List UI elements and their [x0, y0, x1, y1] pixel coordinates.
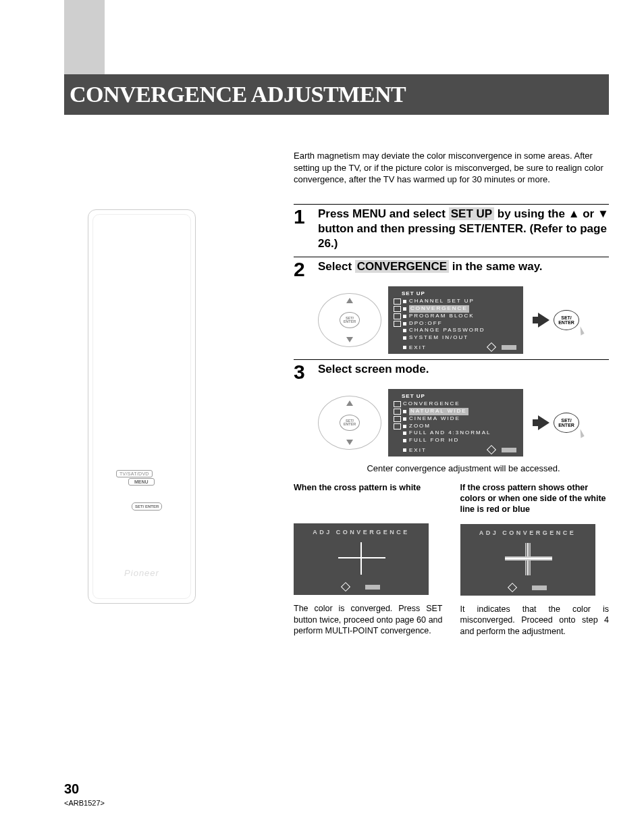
dpad-illustration: SET/ ENTER: [318, 292, 380, 348]
highlighted-term: CONVERGENCE: [355, 260, 449, 273]
column-misconverged: If the cross pattern shows other colors …: [460, 483, 610, 637]
comparison-columns: When the cross pattern is white ADJ CONV…: [294, 483, 609, 637]
osd-item: CONVERGENCE: [403, 400, 518, 408]
osd-item-selected: CONVERGENCE: [403, 305, 518, 313]
up-triangle-icon: ▲: [568, 207, 580, 220]
cross-vertical: [360, 542, 362, 575]
osd-item: FULL AND 4:3NORMAL: [403, 429, 518, 437]
bar-icon: [365, 585, 380, 590]
manual-page: CONVERGENCE ADJUSTMENT Earth magnetism m…: [0, 0, 644, 834]
arrow-right-icon: [538, 313, 549, 328]
menu-icon: [394, 306, 401, 312]
step-3-diagram: SET/ ENTER SET UP CONVERGENCE NATURAL WI…: [294, 389, 609, 457]
page-title: CONVERGENCE ADJUSTMENT: [70, 82, 406, 107]
adj-convergence-screen-bad: ADJ CONVERGENCE: [460, 524, 595, 596]
bar-icon: [502, 448, 516, 452]
remote-illustration: TV/SAT/DVD MENU SET/ ENTER Pioneer: [88, 209, 196, 604]
step-heading: Select screen mode.: [318, 362, 609, 377]
down-arrow-icon: [346, 440, 353, 445]
hand-press-icon: [576, 429, 584, 438]
press-indicator: SET/ ENTER: [538, 310, 579, 330]
osd-item: CHANNEL SET UP: [403, 298, 518, 305]
document-code: <ARB1527>: [64, 799, 105, 807]
nav-indicator-icon: [341, 582, 350, 592]
up-arrow-icon: [346, 298, 353, 303]
screen-title: ADJ CONVERGENCE: [294, 523, 429, 536]
brand-logo: Pioneer: [93, 568, 190, 578]
osd-setup-menu: SET UP CHANNEL SET UP CONVERGENCE PROGRA…: [388, 286, 523, 354]
decorative-strip: [64, 0, 105, 74]
osd-title: SET UP: [394, 393, 518, 399]
set-enter-button-icon: SET/ ENTER: [554, 310, 579, 330]
remote-mode-label: TV/SAT/DVD: [116, 470, 153, 477]
step-2-diagram: SET/ ENTER SET UP CHANNEL SET UP CONVERG…: [294, 286, 609, 354]
column-heading: When the cross pattern is white: [294, 483, 443, 514]
highlighted-term: SET UP: [449, 207, 494, 220]
up-arrow-icon: [346, 400, 353, 406]
osd-title: SET UP: [394, 290, 518, 296]
set-enter-button-icon: SET/ ENTER: [554, 413, 579, 433]
dpad-illustration: SET/ ENTER: [318, 394, 380, 451]
steps-container: 1 Press MENU and select SET UP by using …: [294, 204, 609, 637]
arrow-right-icon: [538, 415, 549, 430]
remote-menu-button: MENU: [128, 478, 155, 486]
menu-icon: [394, 298, 401, 305]
step-3: 3 Select screen mode. SET/ ENTER: [294, 359, 609, 473]
step-number: 2: [294, 259, 308, 280]
menu-icon: [394, 401, 401, 407]
step-heading: Press MENU and select SET UP by using th…: [318, 207, 609, 251]
menu-icon: [394, 423, 401, 429]
menu-icon: [394, 409, 401, 415]
remote-set-enter-button: SET/ ENTER: [132, 502, 162, 511]
step-number: 1: [294, 207, 308, 227]
osd-item: CINEMA WIDE: [403, 415, 518, 423]
column-converged: When the cross pattern is white ADJ CONV…: [294, 483, 443, 637]
step-heading: Select CONVERGENCE in the same way.: [318, 259, 609, 274]
hand-press-icon: [576, 327, 584, 336]
cross-horizontal-offset: [505, 559, 552, 561]
screen-title: ADJ CONVERGENCE: [460, 524, 595, 536]
step-1: 1 Press MENU and select SET UP by using …: [294, 204, 609, 251]
down-triangle-icon: ▼: [597, 207, 609, 220]
down-arrow-icon: [346, 337, 353, 342]
intro-paragraph: Earth magnetism may deviate the color mi…: [294, 150, 609, 186]
osd-item: DPO:OFF: [403, 320, 518, 328]
osd-item: SYSTEM IN/OUT: [403, 334, 518, 342]
adj-convergence-screen-good: ADJ CONVERGENCE: [294, 523, 429, 595]
osd-item-selected: NATURAL WIDE: [403, 408, 518, 415]
press-indicator: SET/ ENTER: [538, 413, 579, 433]
osd-item: CHANGE PASSWORD: [403, 327, 518, 334]
section-title-bar: CONVERGENCE ADJUSTMENT: [64, 74, 609, 115]
menu-icon: [394, 313, 401, 319]
step-note: Center convergence adjustment will be ac…: [318, 463, 609, 473]
page-number: 30: [64, 781, 79, 797]
osd-item: ZOOM: [403, 423, 518, 430]
bar-icon: [532, 585, 547, 590]
column-body: It indicates that the color is misconver…: [460, 604, 610, 637]
column-body: The color is converged. Press SET button…: [294, 603, 443, 636]
osd-item: PROGRAM BLOCK: [403, 313, 518, 320]
osd-convergence-menu: SET UP CONVERGENCE NATURAL WIDE CINEMA W…: [388, 389, 523, 457]
step-2: 2 Select CONVERGENCE in the same way. SE…: [294, 257, 609, 354]
osd-exit: EXIT: [403, 344, 427, 350]
cross-horizontal: [338, 557, 385, 558]
menu-icon: [394, 321, 401, 327]
nav-indicator-icon: [487, 342, 496, 352]
menu-icon: [394, 416, 401, 422]
nav-indicator-icon: [507, 583, 516, 592]
osd-item: FULL FOR HD: [403, 437, 518, 444]
step-number: 3: [294, 362, 308, 382]
bar-icon: [502, 345, 516, 350]
osd-exit: EXIT: [403, 447, 427, 453]
column-heading: If the cross pattern shows other colors …: [460, 483, 610, 515]
nav-indicator-icon: [487, 445, 496, 454]
